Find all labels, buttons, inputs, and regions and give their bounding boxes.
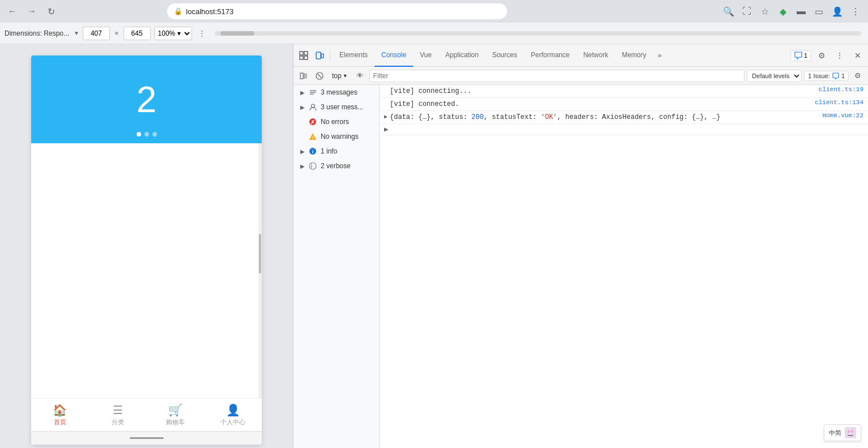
tab-console[interactable]: Console <box>375 44 413 67</box>
log-text-3: {data: {…}, status: 200, statusText: 'OK… <box>390 112 813 122</box>
nav-item-profile[interactable]: 👤 个人中心 <box>204 399 262 431</box>
log-link-2[interactable]: client.ts:134 <box>806 99 863 106</box>
width-input[interactable] <box>83 27 110 40</box>
log-entry-3: ▶ {data: {…}, status: 200, statusText: '… <box>380 111 868 124</box>
context-label: top <box>332 72 342 80</box>
devtools-tab-bar: Elements Console Vue Application Sources… <box>293 44 868 67</box>
mobile-bottom-bar <box>31 431 262 445</box>
device-toolbar-icon[interactable] <box>312 48 327 63</box>
nav-item-category[interactable]: ☰ 分类 <box>89 399 147 431</box>
sidebar-label-errors: No errors <box>321 118 349 126</box>
dot-2 <box>144 132 149 136</box>
toggle-sidebar-button[interactable] <box>297 69 310 83</box>
screenshot-button[interactable]: ⛶ <box>739 3 755 19</box>
profile-icon: 👤 <box>226 403 240 417</box>
zoom-selector[interactable]: 100% ▾ <box>154 27 192 40</box>
svg-point-16 <box>311 104 314 108</box>
dot-3 <box>152 132 157 136</box>
sidebar-item-verbose[interactable]: ▶ 2 verbose <box>293 159 379 173</box>
console-sidebar: ▶ 3 messages ▶ 3 user mess... <box>293 85 380 448</box>
tab-sources-label: Sources <box>492 51 517 59</box>
context-dropdown-icon: ▼ <box>343 73 348 79</box>
nav-item-cart[interactable]: 🛒 购物车 <box>147 399 205 431</box>
tab-elements-label: Elements <box>339 51 368 59</box>
sidebar-label-user: 3 user mess... <box>321 103 363 111</box>
tab-performance[interactable]: Performance <box>524 44 577 67</box>
inspector-icon[interactable] <box>296 48 312 63</box>
search-button[interactable]: 🔍 <box>721 3 737 19</box>
chevron-icon: ▼ <box>74 30 79 36</box>
close-devtools-button[interactable]: ✕ <box>850 48 866 63</box>
cast-button[interactable]: ▭ <box>811 3 827 19</box>
tab-vue[interactable]: Vue <box>413 44 439 67</box>
extensions-button[interactable]: ◆ <box>775 3 791 19</box>
sidebar-label-messages: 3 messages <box>321 88 358 96</box>
sidebar-item-info[interactable]: ▶ i 1 info <box>293 144 379 159</box>
log-expand-row[interactable]: ▶ <box>380 124 868 135</box>
settings-icon[interactable]: ⚙ <box>814 48 829 63</box>
chat-badge-button[interactable]: 1 <box>790 50 811 61</box>
clear-console-button[interactable] <box>313 69 326 83</box>
log-link-1[interactable]: client.ts:19 <box>810 86 863 93</box>
error-icon: ✗ <box>308 117 317 126</box>
arrow-user: ▶ <box>300 104 305 110</box>
nav-label-home: 首页 <box>54 418 66 426</box>
devtools-right-actions: 1 ⚙ ⋮ ✕ <box>790 48 866 63</box>
more-tabs-button[interactable]: » <box>653 51 666 59</box>
tab-application-label: Application <box>445 51 479 59</box>
messages-icon <box>308 88 317 97</box>
banner-dots <box>137 132 157 136</box>
console-toolbar: top ▼ 👁 Default levels 1 Issue: 1 ⚙ <box>293 67 868 85</box>
issue-text: 1 Issue: <box>808 72 830 79</box>
dimensions-label: Dimensions: Respo... <box>5 29 69 37</box>
tab-sources[interactable]: Sources <box>486 44 524 67</box>
svg-rect-26 <box>845 427 856 438</box>
console-log-area: ▶ [vite] connecting... client.ts:19 ▶ [v… <box>380 85 868 448</box>
filter-input[interactable] <box>373 70 741 82</box>
forward-button[interactable]: → <box>24 3 40 19</box>
tab-divider-1 <box>330 50 330 61</box>
log-entry-2: ▶ [vite] connected. client.ts:134 <box>380 98 868 111</box>
sidebar-item-errors[interactable]: ▶ ✗ No errors <box>293 114 379 129</box>
sidebar-item-warnings[interactable]: ▶ ! No warnings <box>293 129 379 144</box>
tab-network[interactable]: Network <box>576 44 615 67</box>
svg-rect-24 <box>311 164 312 165</box>
svg-point-23 <box>309 163 316 169</box>
tab-memory[interactable]: Memory <box>615 44 653 67</box>
sidebar-item-messages[interactable]: ▶ 3 messages <box>293 85 379 100</box>
user-icon <box>308 103 317 112</box>
console-settings-button[interactable]: ⚙ <box>851 69 865 83</box>
log-link-3[interactable]: Home.vue:22 <box>813 112 863 119</box>
tab-memory-label: Memory <box>622 51 646 59</box>
eye-button[interactable]: 👁 <box>354 69 367 83</box>
tab-performance-label: Performance <box>531 51 570 59</box>
mobile-bottom-nav: 🏠 首页 ☰ 分类 🛒 购物车 👤 个人中 <box>31 398 262 431</box>
puzzle-button[interactable]: ▬ <box>793 3 809 19</box>
back-button[interactable]: ← <box>5 3 20 19</box>
sidebar-item-user[interactable]: ▶ 3 user mess... <box>293 100 379 114</box>
tab-elements[interactable]: Elements <box>333 44 375 67</box>
device-frame: 2 <box>0 44 293 448</box>
device-preview-panel: 2 <box>0 44 293 448</box>
context-selector[interactable]: top ▼ <box>329 71 351 81</box>
sidebar-label-verbose: 2 verbose <box>321 162 351 170</box>
issue-count: 1 <box>841 72 845 79</box>
log-expand-3[interactable]: ▶ <box>384 112 388 120</box>
devtools-more-button[interactable]: ⋮ <box>832 48 848 63</box>
arrow-messages: ▶ <box>300 89 305 96</box>
star-button[interactable]: ☆ <box>757 3 773 19</box>
address-bar[interactable]: 🔒 localhost:5173 <box>167 3 507 19</box>
toolbar-more-button[interactable]: ⋮ <box>195 27 209 40</box>
profile-button[interactable]: 👤 <box>829 3 845 19</box>
tab-vue-label: Vue <box>420 51 432 59</box>
height-input[interactable] <box>124 27 151 40</box>
level-selector[interactable]: Default levels <box>747 70 802 82</box>
more-button[interactable]: ⋮ <box>848 3 863 19</box>
anime-icon <box>845 427 856 438</box>
filter-container <box>369 70 745 82</box>
tab-application[interactable]: Application <box>439 44 486 67</box>
refresh-button[interactable]: ↻ <box>43 3 59 19</box>
svg-rect-4 <box>316 52 321 59</box>
nav-item-home[interactable]: 🏠 首页 <box>31 399 89 431</box>
issue-badge[interactable]: 1 Issue: 1 <box>804 71 849 81</box>
